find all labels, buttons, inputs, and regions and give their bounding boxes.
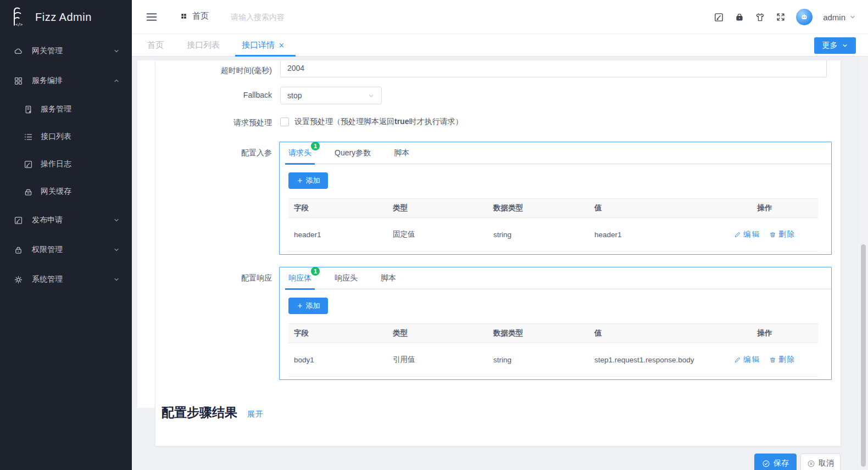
tab-label: 脚本 xyxy=(381,273,396,282)
delete-label: 删除 xyxy=(778,355,795,365)
step-result-section: 配置步骤结果 展开 xyxy=(162,404,264,421)
breadcrumb-label: 首页 xyxy=(192,11,209,21)
sidebar-item-operation-log[interactable]: 操作日志 xyxy=(0,150,132,178)
tab-label: 响应体 xyxy=(288,273,311,282)
chevron-up-icon xyxy=(113,77,120,84)
sidebar-item-service-mgmt[interactable]: 服务管理 xyxy=(0,96,132,123)
tab-script[interactable]: 脚本 xyxy=(393,142,410,164)
step-result-title: 配置步骤结果 xyxy=(162,404,237,421)
fallback-select[interactable]: stop xyxy=(280,87,382,104)
chevron-down-icon xyxy=(113,276,120,283)
add-button[interactable]: 添加 xyxy=(288,298,328,314)
sidebar-menu: 网关管理 服务编排 服务管理 xyxy=(0,34,132,294)
cell-data-type: string xyxy=(488,231,589,239)
sidebar-item-publish-request[interactable]: 发布申请 xyxy=(0,205,132,235)
preprocess-note: 设置预处理（预处理脚本返回true时才执行请求） xyxy=(294,117,463,127)
edit-icon xyxy=(734,356,741,363)
cell-type: 引用值 xyxy=(387,355,488,365)
server-icon xyxy=(23,105,33,114)
timeout-input[interactable] xyxy=(280,60,827,77)
expand-link[interactable]: 展开 xyxy=(247,410,264,419)
row-actions: 编辑 删除 xyxy=(734,230,795,239)
response-config-panel: 响应体 1 响应头 脚本 添加 xyxy=(279,267,832,380)
save-button-label: 保存 xyxy=(774,458,789,468)
tab-query-params[interactable]: Query参数 xyxy=(333,142,372,164)
operation-log-icon[interactable] xyxy=(714,12,724,23)
api-detail-form-card: 超时时间(毫秒) Fallback stop 请求预处理 设置预处理（预处理脚本… xyxy=(155,60,841,446)
tab-request-headers[interactable]: 请求头 1 xyxy=(287,142,313,164)
log-icon xyxy=(23,160,33,169)
sidebar-item-gateway-mgmt[interactable]: 网关管理 xyxy=(0,36,132,66)
sidebar-item-label: 操作日志 xyxy=(41,159,120,169)
search-input[interactable] xyxy=(231,9,357,25)
app-logo[interactable]: </> Fizz Admin xyxy=(0,0,132,34)
edit-label: 编辑 xyxy=(743,230,760,239)
tab-response-body[interactable]: 响应体 1 xyxy=(287,267,313,289)
sidebar-item-system-mgmt[interactable]: 系统管理 xyxy=(0,265,132,294)
sidebar-item-label: 网关管理 xyxy=(32,46,113,56)
cell-value: step1.request1.response.body xyxy=(589,356,711,364)
sidebar-item-gateway-cache[interactable]: 网关缓存 xyxy=(0,178,132,205)
fullscreen-icon[interactable] xyxy=(776,12,786,22)
add-button-label: 添加 xyxy=(306,301,320,311)
column-header: 值 xyxy=(589,328,711,338)
sidebar-item-permission-mgmt[interactable]: 权限管理 xyxy=(0,235,132,265)
delete-link[interactable]: 删除 xyxy=(769,230,795,239)
fizz-logo-icon: </> xyxy=(9,6,26,28)
hamburger-menu-icon[interactable] xyxy=(145,10,158,24)
edit-icon xyxy=(734,231,741,238)
breadcrumb[interactable]: 首页 xyxy=(180,11,209,21)
sidebar-item-api-list[interactable]: 接口列表 xyxy=(0,123,132,150)
active-tab-underline xyxy=(235,55,296,57)
preprocess-checkbox[interactable] xyxy=(280,118,289,126)
column-header: 数据类型 xyxy=(488,328,589,338)
scrollbar-track[interactable] xyxy=(859,57,868,470)
tab-label: 接口详情 xyxy=(242,34,275,56)
tab-label: 请求头 xyxy=(288,148,311,157)
active-tab-underline xyxy=(285,288,315,290)
lock-screen-icon[interactable] xyxy=(735,12,744,22)
more-button[interactable]: 更多 xyxy=(814,37,856,54)
grid-icon xyxy=(13,76,23,86)
trash-icon xyxy=(769,231,776,238)
input-config-panel: 请求头 1 Query参数 脚本 添加 xyxy=(279,142,832,255)
cancel-button[interactable]: 取消 xyxy=(800,454,841,470)
chevron-down-icon xyxy=(113,48,120,54)
sidebar-item-label: 接口列表 xyxy=(41,132,120,142)
chevron-down-icon xyxy=(113,217,120,223)
edit-link[interactable]: 编辑 xyxy=(734,355,760,365)
chevron-down-icon xyxy=(113,247,120,253)
user-menu[interactable]: admin xyxy=(823,13,856,22)
theme-shirt-icon[interactable] xyxy=(755,12,765,23)
column-header: 值 xyxy=(589,203,711,213)
column-header: 数据类型 xyxy=(488,203,589,213)
delete-link[interactable]: 删除 xyxy=(769,355,795,365)
content-side-strip xyxy=(137,60,155,408)
count-badge: 1 xyxy=(311,142,320,150)
add-button[interactable]: 添加 xyxy=(288,172,328,189)
response-body-table: 字段 类型 数据类型 值 操作 body1 引用值 string step1.r… xyxy=(288,323,818,377)
content-area: 超时时间(毫秒) Fallback stop 请求预处理 设置预处理（预处理脚本… xyxy=(132,57,868,470)
tab-response-headers[interactable]: 响应头 xyxy=(333,267,359,289)
tab-script[interactable]: 脚本 xyxy=(380,267,397,289)
avatar[interactable] xyxy=(796,9,813,25)
input-config-label: 配置入参 xyxy=(155,147,272,158)
sidebar-item-label: 发布申请 xyxy=(32,215,113,225)
tab-home[interactable]: 首页 xyxy=(147,34,164,56)
topbar-actions: admin xyxy=(714,0,856,34)
tab-api-detail[interactable]: 接口详情 xyxy=(242,34,285,56)
save-button[interactable]: 保存 xyxy=(754,454,797,470)
close-icon[interactable] xyxy=(279,42,285,48)
app-title: Fizz Admin xyxy=(35,11,92,24)
scrollbar-thumb[interactable] xyxy=(861,244,866,467)
tab-api-list[interactable]: 接口列表 xyxy=(187,34,220,56)
trash-icon xyxy=(769,356,776,363)
preprocess-label: 请求预处理 xyxy=(155,117,272,128)
sidebar-item-service-orchestration[interactable]: 服务编排 xyxy=(0,66,132,96)
check-circle-icon xyxy=(762,460,770,468)
request-headers-table: 字段 类型 数据类型 值 操作 header1 固定值 string heade… xyxy=(288,198,818,251)
edit-link[interactable]: 编辑 xyxy=(734,230,760,239)
cache-icon xyxy=(23,187,33,197)
cell-data-type: string xyxy=(488,356,589,364)
list-icon xyxy=(23,132,33,142)
